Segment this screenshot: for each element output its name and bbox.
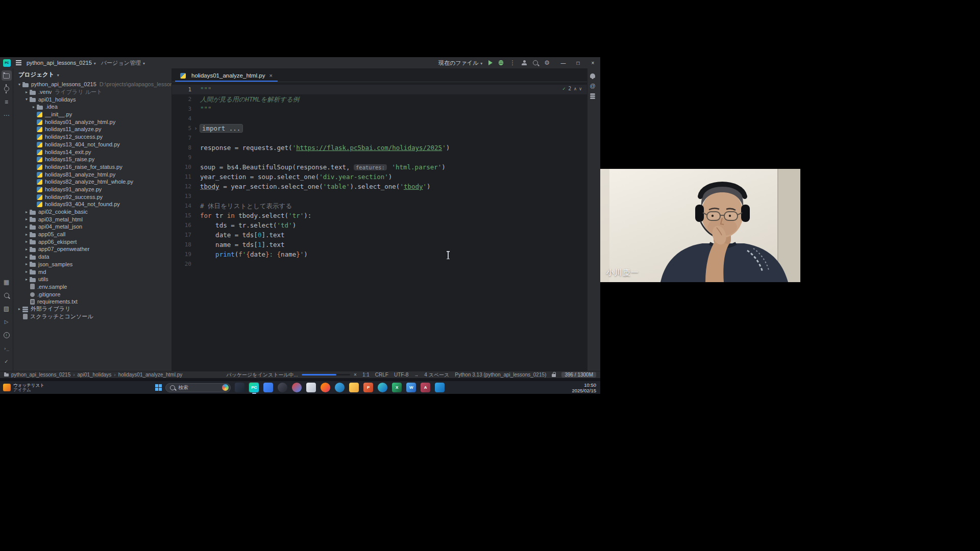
tree-item[interactable]: ▾python_api_lessons_0215D:\projects\gala… (13, 81, 172, 88)
status-item[interactable]: Python 3.13 (python_api_lessons_0215) (455, 372, 546, 378)
search-everywhere-icon[interactable] (533, 60, 538, 65)
previous-problem-icon[interactable]: ∧ (574, 86, 576, 91)
todo-button[interactable] (2, 357, 12, 367)
chevron-down-icon[interactable]: ▾ (16, 82, 22, 87)
tree-item[interactable]: .env.sample (13, 283, 172, 291)
notepad-button[interactable] (306, 382, 316, 393)
tree-item[interactable]: ▸data (13, 253, 172, 261)
tree-item[interactable]: ▸.idea (13, 103, 172, 111)
code-line[interactable]: 16 tds = tr.select('td') (172, 220, 587, 230)
file-explorer-button[interactable] (349, 382, 359, 393)
cancel-task-icon[interactable]: × (354, 372, 357, 378)
tree-item[interactable]: ▸app07_openweather (13, 245, 172, 253)
code-line[interactable]: 19 print(f'{date}: {name}') (172, 249, 587, 259)
chevron-right-icon[interactable]: ▸ (23, 247, 30, 252)
problems-button[interactable] (2, 330, 12, 340)
project-panel-header[interactable]: プロジェクト (13, 68, 172, 81)
settings-gear-icon[interactable] (544, 60, 550, 66)
terminal-button[interactable] (234, 382, 245, 393)
tree-item[interactable]: ▸外部ライブラリ (13, 306, 172, 313)
terminal-button[interactable] (2, 343, 12, 354)
tree-item[interactable]: スクラッチとコンソール (13, 313, 172, 320)
code-line[interactable]: 14# 休日をリストとして表示する (172, 201, 587, 211)
code-line[interactable]: 18 name = tds[1].text (172, 240, 587, 249)
chevron-right-icon[interactable]: ▸ (23, 210, 30, 214)
code-line[interactable]: 15for tr in tbody.select('tr'): (172, 211, 587, 220)
breadcrumb-item[interactable]: python_api_lessons_0215 (11, 372, 70, 378)
tree-item[interactable]: holidays16_raise_for_status.py (13, 163, 172, 171)
vscode-button[interactable] (434, 382, 445, 393)
tree-item[interactable]: ▸json_samples (13, 261, 172, 268)
tree-item[interactable]: holidays82_analyze_html_whole.py (13, 178, 172, 186)
tree-item[interactable]: holidays15_raise.py (13, 156, 172, 163)
tree-item[interactable]: holidays91_analyze.py (13, 186, 172, 193)
debug-icon[interactable] (499, 60, 503, 65)
code-line[interactable]: 5›import ... (172, 123, 587, 133)
thunderbird-button[interactable] (334, 382, 345, 393)
taskbar-search-input[interactable]: 検索 (165, 383, 231, 392)
tree-item[interactable]: holidays92_success.py (13, 193, 172, 201)
tree-item[interactable]: holidays13_404_not_found.py (13, 141, 172, 148)
tree-item[interactable]: holidays11_analyze.py (13, 126, 172, 133)
run-button[interactable] (2, 317, 12, 327)
code-line[interactable]: 17 date = tds[0].text (172, 230, 587, 240)
tree-item[interactable]: ▸md (13, 268, 172, 276)
code-line[interactable]: 9 (172, 153, 587, 162)
python-packages-button[interactable] (2, 277, 12, 287)
database-button[interactable] (587, 91, 598, 101)
tree-item[interactable]: __init__.py (13, 111, 172, 118)
code-line[interactable]: 2人間が見る用のHTMLを解析する例 (172, 94, 587, 104)
code-line[interactable]: 10soup = bs4.BeautifulSoup(response.text… (172, 162, 587, 172)
run-configuration-button[interactable]: 現在のファイル (438, 59, 482, 67)
maximize-button[interactable]: □ (571, 57, 585, 68)
tree-item[interactable]: .gitignore (13, 290, 172, 298)
tree-item[interactable]: ▾api01_holidays (13, 95, 172, 103)
chevron-right-icon[interactable]: ▸ (23, 232, 30, 237)
chevron-right-icon[interactable]: ▸ (23, 277, 30, 282)
tree-item[interactable]: ▸api04_metal_json (13, 223, 172, 231)
tree-item[interactable]: ▸app05_call (13, 231, 172, 238)
tree-item[interactable]: holidays14_exit.py (13, 148, 172, 156)
status-item[interactable]: 1:1 (362, 372, 370, 378)
vcs-widget-button[interactable]: バージョン管理 (101, 59, 145, 67)
more-button[interactable] (2, 110, 12, 120)
code-line[interactable]: 3""" (172, 104, 587, 114)
code-line[interactable]: 11year_section = soup.select_one('div.ye… (172, 172, 587, 182)
fold-collapsed-icon[interactable]: › (191, 123, 200, 133)
notifications-button[interactable] (587, 70, 598, 81)
firefox-button[interactable] (320, 382, 331, 393)
ai-assistant-button[interactable] (587, 81, 598, 91)
taskbar-clock[interactable]: 10:50 2025/02/15 (572, 381, 596, 394)
breadcrumb-item[interactable]: holidays01_analyze_html.py (118, 372, 183, 378)
minimize-button[interactable]: — (556, 57, 571, 68)
services-button[interactable] (2, 304, 12, 314)
code-line[interactable]: 8response = requests.get('https://flask.… (172, 143, 587, 153)
tree-item[interactable]: requirements.txt (13, 298, 172, 306)
run-icon[interactable] (488, 60, 493, 65)
chevron-right-icon[interactable]: ▸ (23, 255, 30, 259)
tree-item[interactable]: ▸app06_ekispert (13, 238, 172, 245)
more-actions-icon[interactable] (509, 60, 516, 66)
tree-item[interactable]: ▸utils (13, 276, 172, 283)
breadcrumb-item[interactable]: api01_holidays (78, 372, 112, 378)
code-line[interactable]: 4 (172, 114, 587, 123)
status-item[interactable]: UTF-8 (394, 372, 408, 378)
widgets-button[interactable]: ウォッチリスト アイテム (3, 381, 44, 394)
tab-close-icon[interactable]: × (269, 72, 272, 79)
project-button[interactable] (2, 70, 12, 81)
editor-tab[interactable]: holidays01_analyze_html.py × (175, 69, 278, 82)
chevron-right-icon[interactable]: ▸ (31, 105, 37, 109)
code-line[interactable]: 20 (172, 259, 587, 269)
chrome-button[interactable] (291, 382, 302, 393)
obs-studio-button[interactable] (277, 382, 288, 393)
excel-button[interactable]: X (391, 382, 402, 393)
structure-button[interactable] (2, 97, 12, 107)
close-button[interactable]: × (585, 57, 600, 68)
zoom-button[interactable] (263, 382, 274, 393)
chevron-right-icon[interactable]: ▸ (23, 217, 30, 221)
tree-item[interactable]: ▸api03_metal_html (13, 215, 172, 223)
tree-item[interactable]: ▸api02_cookie_basic (13, 208, 172, 216)
tree-item[interactable]: holidays12_success.py (13, 133, 172, 141)
status-item[interactable]: 396 / 1300M (561, 372, 596, 378)
user-account-icon[interactable] (522, 60, 527, 65)
